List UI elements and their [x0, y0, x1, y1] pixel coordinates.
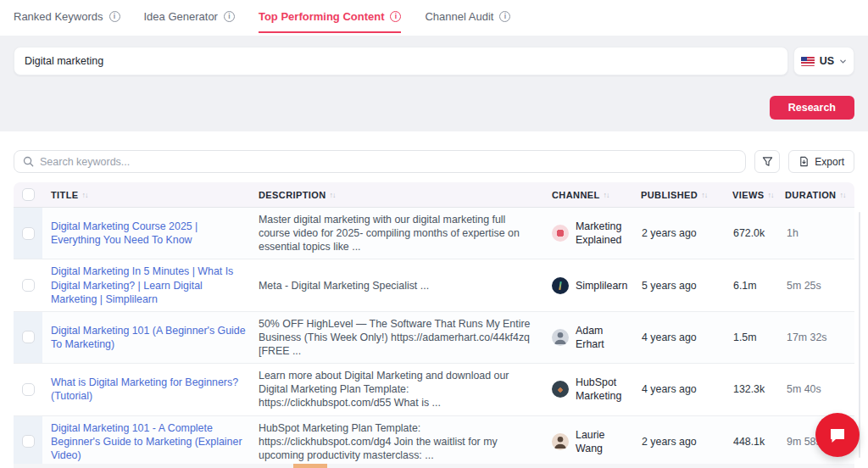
tab-label: Ranked Keywords — [14, 10, 103, 23]
info-icon[interactable]: i — [390, 11, 401, 22]
region-code: US — [820, 55, 834, 67]
top-performing-content-page: Ranked Keywords i Idea Generator i Top P… — [0, 0, 868, 468]
row-checkbox[interactable] — [22, 435, 35, 448]
info-icon[interactable]: i — [499, 11, 510, 22]
row-checkbox[interactable] — [22, 227, 35, 240]
next-row-partial-chip — [293, 464, 327, 468]
keyword-query-input[interactable] — [14, 47, 788, 75]
views-value: 1.5m — [727, 326, 780, 349]
channel-name: Simplilearn — [576, 279, 627, 292]
published-value: 2 years ago — [636, 430, 727, 454]
channel-name: HubSpot Marketing — [576, 376, 624, 403]
info-icon[interactable]: i — [109, 11, 120, 22]
row-checkbox-cell — [14, 416, 42, 467]
chevron-down-icon — [839, 58, 847, 65]
table-row: Digital Marketing 101 - A Complete Begin… — [14, 416, 854, 468]
table-header: TITLE ↑↓ DESCRIPTION ↑↓ CHANNEL ↑↓ PUBLI… — [14, 182, 854, 208]
next-row-partial — [14, 464, 854, 468]
row-checkbox-cell — [14, 364, 42, 415]
row-checkbox[interactable] — [22, 279, 35, 292]
filter-funnel-icon — [762, 156, 773, 167]
channel-cell: Adam Erhart — [547, 319, 636, 356]
video-title-link[interactable]: What is Digital Marketing for Beginners?… — [42, 370, 259, 408]
tab-label: Channel Audit — [425, 10, 493, 23]
table-row: Digital Marketing 101 (A Beginner's Guid… — [14, 312, 854, 364]
search-icon — [23, 156, 34, 167]
keyword-search-box[interactable] — [14, 150, 746, 173]
column-header-channel[interactable]: CHANNEL ↑↓ — [547, 190, 636, 200]
tab-idea-generator[interactable]: Idea Generator i — [144, 0, 235, 33]
sort-icon[interactable]: ↑↓ — [330, 191, 336, 199]
duration-value: 5m 25s — [780, 274, 854, 298]
us-flag-icon — [801, 57, 815, 66]
views-value: 672.0k — [727, 221, 780, 245]
export-button[interactable]: Export — [788, 150, 854, 173]
table-scrollbar[interactable] — [859, 212, 860, 458]
channel-cell: Simplilearn — [547, 272, 636, 299]
video-title-link[interactable]: Digital Marketing Course 2025 | Everythi… — [42, 214, 259, 252]
tabs-bar: Ranked Keywords i Idea Generator i Top P… — [0, 0, 868, 36]
published-value: 2 years ago — [636, 221, 727, 245]
video-description: HubSpot Marketing Plan Template: https:/… — [259, 416, 547, 467]
views-value: 448.1k — [727, 430, 780, 454]
channel-cell: Laurie Wang — [547, 423, 636, 460]
row-checkbox-cell — [14, 312, 42, 363]
tab-ranked-keywords[interactable]: Ranked Keywords i — [14, 0, 120, 33]
channel-avatar — [552, 381, 569, 398]
channel-name: Marketing Explained — [576, 220, 624, 247]
chat-widget-button[interactable] — [815, 413, 860, 457]
published-value: 4 years ago — [636, 377, 727, 401]
tab-label: Top Performing Content — [259, 10, 385, 23]
export-file-icon — [798, 156, 810, 167]
column-header-description[interactable]: DESCRIPTION ↑↓ — [259, 190, 547, 200]
channel-avatar — [552, 329, 569, 346]
row-checkbox-cell — [14, 208, 42, 259]
video-description: Meta - Digital Marketing Specialist ... — [259, 274, 547, 298]
row-checkbox[interactable] — [22, 383, 35, 396]
video-title-link[interactable]: Digital Marketing 101 - A Complete Begin… — [42, 416, 259, 467]
export-label: Export — [815, 156, 844, 168]
duration-value: 17m 32s — [780, 326, 854, 349]
sort-icon[interactable]: ↑↓ — [839, 191, 845, 199]
search-keywords-input[interactable] — [40, 156, 737, 168]
tab-channel-audit[interactable]: Channel Audit i — [425, 0, 510, 33]
table-row: Digital Marketing In 5 Minutes | What Is… — [14, 259, 854, 311]
sort-icon[interactable]: ↑↓ — [604, 191, 609, 199]
video-title-link[interactable]: Digital Marketing In 5 Minutes | What Is… — [42, 259, 259, 310]
query-panel: US Research — [0, 36, 868, 131]
row-checkbox-cell — [14, 259, 42, 310]
sort-icon[interactable]: ↑↓ — [701, 191, 707, 199]
column-header-published[interactable]: PUBLISHED ↑↓ — [636, 190, 727, 200]
channel-avatar — [552, 225, 569, 242]
channel-name: Adam Erhart — [576, 324, 624, 351]
channel-cell: Marketing Explained — [547, 214, 636, 252]
table-row: What is Digital Marketing for Beginners?… — [14, 364, 854, 415]
table-body: Digital Marketing Course 2025 | Everythi… — [14, 208, 854, 468]
research-button[interactable]: Research — [770, 96, 854, 120]
channel-cell: HubSpot Marketing — [547, 370, 636, 408]
filter-button[interactable] — [754, 150, 780, 173]
column-header-duration[interactable]: DURATION ↑↓ — [780, 190, 854, 200]
select-all-checkbox[interactable] — [22, 188, 35, 201]
sort-icon[interactable]: ↑↓ — [767, 191, 773, 199]
published-value: 4 years ago — [636, 326, 727, 349]
column-header-views[interactable]: VIEWS ↑↓ — [727, 190, 780, 200]
duration-value: 5m 40s — [780, 377, 854, 401]
channel-avatar — [552, 433, 569, 450]
tab-label: Idea Generator — [144, 10, 218, 23]
video-description: Master digital marketing with our digita… — [259, 208, 547, 259]
table-row: Digital Marketing Course 2025 | Everythi… — [14, 208, 854, 259]
sort-icon[interactable]: ↑↓ — [82, 191, 88, 199]
column-header-title[interactable]: TITLE ↑↓ — [42, 190, 259, 200]
tab-top-performing-content[interactable]: Top Performing Content i — [259, 0, 402, 33]
info-icon[interactable]: i — [224, 11, 235, 22]
chat-icon — [827, 425, 848, 445]
header-checkbox-cell — [14, 182, 42, 207]
channel-avatar — [552, 277, 569, 294]
region-selector[interactable]: US — [793, 47, 854, 75]
video-title-link[interactable]: Digital Marketing 101 (A Beginner's Guid… — [42, 319, 259, 356]
video-description: Learn more about Digital Marketing and d… — [259, 364, 547, 415]
views-value: 132.3k — [727, 377, 780, 401]
duration-value: 1h — [780, 221, 854, 245]
row-checkbox[interactable] — [22, 331, 35, 343]
